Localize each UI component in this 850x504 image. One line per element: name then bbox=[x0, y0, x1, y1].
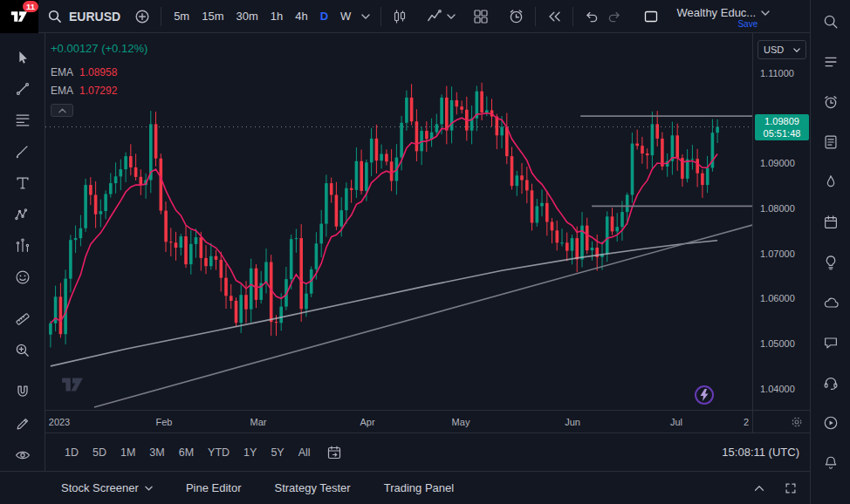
chart-style-button[interactable] bbox=[388, 5, 411, 28]
news-icon bbox=[822, 133, 840, 151]
compare-add-symbol-button[interactable] bbox=[131, 5, 154, 28]
maximize-panel-button[interactable] bbox=[780, 478, 801, 499]
time-axis-label: Jul bbox=[670, 417, 682, 427]
undo-button[interactable] bbox=[580, 5, 603, 28]
timeframe-15m[interactable]: 15m bbox=[196, 6, 229, 26]
time-axis-label: Jun bbox=[565, 417, 580, 427]
open-panel-button[interactable] bbox=[749, 478, 770, 499]
timeframe-1w[interactable]: W bbox=[335, 6, 356, 26]
save-label[interactable]: Save bbox=[676, 19, 770, 29]
quick-search-button[interactable] bbox=[816, 7, 846, 37]
tab-label: Pine Editor bbox=[186, 481, 242, 494]
streams-button[interactable] bbox=[816, 408, 846, 438]
tab-pine-editor[interactable]: Pine Editor bbox=[186, 481, 242, 494]
fib-retracement-tool-button[interactable] bbox=[6, 105, 39, 136]
chart-legend: +0.00127 (+0.12%) EMA 1.08958 EMA 1.0729… bbox=[51, 42, 147, 117]
indicator-row[interactable]: EMA 1.07292 bbox=[51, 81, 147, 99]
tab-strategy-tester[interactable]: Strategy Tester bbox=[274, 481, 350, 494]
calendar-button[interactable] bbox=[816, 208, 846, 237]
chevron-down-icon bbox=[761, 10, 770, 16]
price-axis-label: 1.09000 bbox=[760, 158, 795, 168]
range-all[interactable]: All bbox=[291, 443, 318, 462]
time-axis-label: 2023 bbox=[49, 417, 70, 427]
currency-dropdown[interactable]: USD bbox=[757, 40, 806, 59]
notifications-button[interactable] bbox=[816, 448, 846, 478]
edit-tool-button[interactable] bbox=[6, 408, 39, 439]
range-1m[interactable]: 1M bbox=[113, 443, 142, 462]
chart-area[interactable]: +0.00127 (+0.12%) EMA 1.08958 EMA 1.0729… bbox=[45, 33, 752, 410]
cursor-icon bbox=[14, 49, 31, 66]
tab-label: Strategy Tester bbox=[274, 481, 350, 494]
support-button[interactable] bbox=[816, 368, 846, 398]
price-scale[interactable]: USD 1.110001.100001.090001.080001.070001… bbox=[752, 33, 810, 410]
indicator-name: EMA bbox=[51, 85, 73, 97]
tradingview-menu-button[interactable]: 11 bbox=[0, 0, 38, 33]
zoom-in-icon bbox=[14, 342, 31, 359]
hide-drawings-tool-button[interactable] bbox=[6, 439, 39, 471]
indicators-button[interactable] bbox=[423, 5, 459, 28]
candlestick-chart[interactable] bbox=[45, 33, 752, 410]
clock-utc[interactable]: 15:08:11 (UTC) bbox=[722, 446, 799, 459]
bell-icon bbox=[822, 454, 840, 472]
layout-name-button[interactable]: Wealthy Educ... Save bbox=[676, 3, 770, 29]
range-ytd[interactable]: YTD bbox=[201, 443, 236, 462]
gear-icon bbox=[790, 415, 804, 429]
timeframe-1d[interactable]: D bbox=[315, 6, 333, 26]
xabcd-pattern-tool-button[interactable] bbox=[6, 199, 39, 230]
create-alert-button[interactable] bbox=[504, 4, 528, 28]
trend-line-tool-button[interactable] bbox=[6, 73, 39, 105]
measure-tool-button[interactable] bbox=[6, 303, 39, 335]
watchlist-button[interactable] bbox=[816, 47, 846, 77]
tradingview-watermark bbox=[59, 373, 86, 396]
range-toolbar: 1D 5D 1M 3M 6M YTD 1Y 5Y All 15:08:11 (U… bbox=[45, 432, 810, 471]
ideas-button[interactable] bbox=[816, 248, 846, 277]
news-button[interactable] bbox=[816, 127, 846, 157]
legend-collapse-button[interactable] bbox=[51, 104, 73, 117]
text-tool-button[interactable] bbox=[6, 167, 39, 199]
timeframe-1h[interactable]: 1h bbox=[265, 6, 288, 26]
undo-icon bbox=[584, 9, 600, 24]
range-6m[interactable]: 6M bbox=[172, 443, 201, 462]
tab-label: Trading Panel bbox=[384, 481, 454, 494]
boost-button[interactable] bbox=[695, 385, 714, 405]
redo-button[interactable] bbox=[603, 5, 626, 28]
indicator-row[interactable]: EMA 1.08958 bbox=[51, 63, 147, 81]
bars-pattern-tool-button[interactable] bbox=[6, 230, 39, 262]
magnet-tool-button[interactable] bbox=[6, 377, 39, 408]
time-axis-label: May bbox=[452, 417, 470, 427]
time-scale[interactable]: 2023FebMarAprMayJunJul2 bbox=[45, 410, 752, 432]
range-5y[interactable]: 5Y bbox=[264, 443, 291, 462]
range-3m[interactable]: 3M bbox=[142, 443, 171, 462]
go-to-date-button[interactable] bbox=[323, 441, 346, 464]
range-5d[interactable]: 5D bbox=[86, 443, 113, 462]
timeframe-dropdown-button[interactable] bbox=[358, 10, 374, 23]
time-axis-label: 2 bbox=[744, 417, 749, 427]
hotlists-button[interactable] bbox=[816, 167, 846, 197]
brush-tool-button[interactable] bbox=[6, 136, 39, 167]
magnet-icon bbox=[14, 384, 31, 401]
tab-trading-panel[interactable]: Trading Panel bbox=[384, 481, 454, 494]
timeframe-4h[interactable]: 4h bbox=[290, 6, 312, 26]
emoji-tool-button[interactable] bbox=[6, 262, 39, 293]
symbol-search-button[interactable]: EURUSD bbox=[47, 9, 120, 24]
search-icon bbox=[822, 13, 840, 31]
alerts-button[interactable] bbox=[816, 87, 846, 117]
chats-button[interactable] bbox=[816, 328, 846, 358]
minds-button[interactable] bbox=[816, 288, 846, 317]
range-1d[interactable]: 1D bbox=[58, 443, 86, 462]
range-1y[interactable]: 1Y bbox=[236, 443, 264, 462]
axis-settings-corner[interactable] bbox=[752, 410, 810, 432]
bars-pattern-icon bbox=[14, 237, 31, 255]
timeframe-30m[interactable]: 30m bbox=[230, 6, 263, 26]
alert-clock-icon bbox=[508, 8, 524, 24]
zoom-in-tool-button[interactable] bbox=[6, 335, 39, 366]
multichart-layout-button[interactable] bbox=[470, 5, 492, 28]
timeframe-5m[interactable]: 5m bbox=[168, 6, 195, 26]
bar-replay-button[interactable] bbox=[543, 5, 566, 28]
price-axis-label: 1.06000 bbox=[760, 293, 795, 303]
watchlist-icon bbox=[822, 53, 840, 71]
cursor-tool-button[interactable] bbox=[6, 42, 39, 73]
save-layout-button[interactable] bbox=[640, 5, 662, 28]
chevron-down-icon bbox=[447, 14, 456, 19]
tab-stock-screener[interactable]: Stock Screener bbox=[61, 481, 153, 494]
